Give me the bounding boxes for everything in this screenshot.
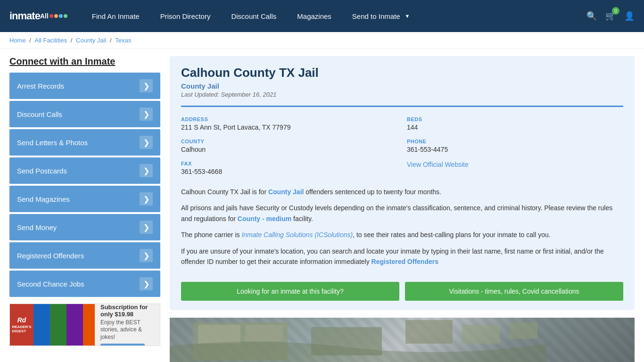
breadcrumb-sep-1: /: [29, 37, 33, 44]
sidebar-item-send-magazines[interactable]: Send Magazines ❯: [9, 186, 160, 212]
user-icon[interactable]: 👤: [624, 11, 635, 21]
nav-prison-directory[interactable]: Prison Directory: [150, 0, 221, 32]
breadcrumb-bar: Home / All Facilities / County Jail / Te…: [0, 32, 644, 49]
cart-icon[interactable]: 🛒 0: [605, 11, 616, 21]
arrow-icon: ❯: [140, 79, 153, 92]
description-4: If you are unsure of your inmate's locat…: [181, 246, 623, 267]
sidebar-item-label: Send Postcards: [17, 167, 67, 175]
breadcrumb-sep-3: /: [110, 37, 113, 44]
description-3: The phone carrier is Inmate Calling Solu…: [181, 230, 623, 240]
arrow-icon: ❯: [140, 277, 153, 290]
send-to-inmate-label: Send to Inmate: [352, 12, 400, 20]
sidebar-title: Connect with an Inmate: [9, 56, 160, 67]
aerial-svg: [170, 318, 635, 362]
county-label: COUNTY: [181, 139, 397, 144]
content-area: Calhoun County TX Jail County Jail Last …: [170, 56, 635, 362]
facility-updated: Last Updated: September 16, 2021: [181, 91, 623, 98]
navbar: inmate All Find An Inmate Prison Directo…: [0, 0, 644, 32]
detail-fax: FAX 361-553-4668: [181, 157, 397, 179]
nav-discount-calls[interactable]: Discount Calls: [221, 0, 287, 32]
county-value: Calhoun: [181, 146, 397, 153]
search-icon[interactable]: 🔍: [586, 11, 597, 21]
facility-name: Calhoun County TX Jail: [181, 66, 623, 80]
detail-phone: PHONE 361-553-4475: [407, 135, 623, 157]
site-logo[interactable]: inmate All: [9, 10, 67, 22]
breadcrumb-county-jail[interactable]: County Jail: [76, 37, 106, 44]
arrow-icon: ❯: [140, 136, 153, 149]
ad-subscribe-button[interactable]: Subscribe Now: [100, 344, 145, 346]
dropdown-arrow-icon: ▼: [405, 13, 410, 19]
detail-county: COUNTY Calhoun: [181, 135, 397, 157]
info-section: Calhoun County TX Jail is for County Jai…: [181, 182, 623, 277]
address-value: 211 S Ann St, Port Lavaca, TX 77979: [181, 123, 397, 131]
sidebar-item-send-money[interactable]: Send Money ❯: [9, 214, 160, 240]
sidebar: Connect with an Inmate Arrest Records ❯ …: [9, 56, 160, 362]
find-inmate-button[interactable]: Looking for an inmate at this facility?: [181, 282, 399, 301]
beds-label: BEDS: [407, 116, 623, 122]
logo-text: inmate: [9, 10, 40, 22]
sidebar-item-label: Arrest Records: [17, 82, 64, 90]
breadcrumb-sep-2: /: [71, 37, 74, 44]
county-jail-link[interactable]: County Jail: [268, 188, 304, 196]
icsolutions-link[interactable]: Inmate Calling Solutions (ICSolutions): [241, 231, 353, 239]
svg-rect-6: [509, 322, 537, 339]
breadcrumb-home[interactable]: Home: [9, 37, 26, 44]
dot-yellow: [54, 14, 58, 18]
dot-red: [50, 14, 53, 18]
arrow-icon: ❯: [140, 107, 153, 121]
sidebar-item-registered-offenders[interactable]: Registered Offenders ❯: [9, 242, 160, 269]
ad-text: 1 Year Subscription for only $19.98 Enjo…: [95, 304, 160, 346]
sidebar-item-discount-calls[interactable]: Discount Calls ❯: [9, 101, 160, 127]
sidebar-item-label: Discount Calls: [17, 110, 62, 118]
nav-links: Find An Inmate Prison Directory Discount…: [82, 0, 586, 32]
website-link[interactable]: View Official Website: [407, 161, 469, 168]
action-buttons: Looking for an inmate at this facility? …: [181, 282, 623, 301]
logo-all-text: All: [40, 12, 49, 20]
sidebar-item-arrest-records[interactable]: Arrest Records ❯: [9, 73, 160, 99]
sidebar-item-label: Second Chance Jobs: [17, 280, 84, 288]
address-label: ADDRESS: [181, 116, 397, 122]
ad-price: 1 Year Subscription for only $19.98: [100, 304, 154, 318]
nav-find-inmate[interactable]: Find An Inmate: [82, 0, 150, 32]
phone-value: 361-553-4475: [407, 146, 623, 153]
ad-cover-3: [66, 304, 83, 346]
dot-green: [64, 14, 67, 18]
visitation-button[interactable]: Visitations - times, rules, Covid cancel…: [405, 282, 623, 301]
sidebar-item-label: Registered Offenders: [17, 252, 84, 260]
main-content: Connect with an Inmate Arrest Records ❯ …: [0, 49, 644, 362]
fax-label: FAX: [181, 161, 397, 166]
arrow-icon: ❯: [140, 164, 153, 177]
sidebar-item-send-postcards[interactable]: Send Postcards ❯: [9, 157, 160, 184]
detail-beds: BEDS 144: [407, 113, 623, 135]
breadcrumb-texas[interactable]: Texas: [115, 37, 131, 44]
breadcrumb-all-facilities[interactable]: All Facilities: [35, 37, 67, 44]
nav-magazines[interactable]: Magazines: [287, 0, 342, 32]
ad-image-rd: Rd READER'SDIGEST: [10, 304, 33, 346]
arrow-icon: ❯: [140, 192, 153, 206]
description-2: All prisons and jails have Security or C…: [181, 203, 623, 224]
fax-value: 361-553-4668: [181, 168, 397, 175]
description-1: Calhoun County TX Jail is for County Jai…: [181, 187, 623, 197]
advertisement: Rd READER'SDIGEST 1 Year Subscription fo…: [9, 304, 160, 346]
arrow-icon: ❯: [140, 221, 153, 234]
logo-dots: [50, 14, 67, 18]
facility-card: Calhoun County TX Jail County Jail Last …: [170, 56, 635, 310]
ad-description: Enjoy the BEST stories, advice & jokes!: [100, 319, 154, 341]
phone-label: PHONE: [407, 139, 623, 144]
registered-offenders-link[interactable]: Registered Offenders: [372, 258, 438, 265]
sidebar-item-send-letters-photos[interactable]: Send Letters & Photos ❯: [9, 129, 160, 156]
svg-rect-5: [462, 325, 500, 344]
ad-cover-1: [33, 304, 50, 346]
county-medium-link[interactable]: County - medium: [238, 215, 291, 222]
facility-type: County Jail: [181, 82, 623, 90]
detail-address: ADDRESS 211 S Ann St, Port Lavaca, TX 77…: [181, 113, 397, 135]
ad-cover-4: [83, 304, 95, 346]
nav-send-to-inmate[interactable]: Send to Inmate ▼: [342, 0, 421, 32]
beds-value: 144: [407, 123, 623, 131]
svg-rect-1: [198, 325, 240, 344]
sidebar-item-second-chance-jobs[interactable]: Second Chance Jobs ❯: [9, 271, 160, 297]
sidebar-item-label: Send Money: [17, 223, 57, 231]
dot-blue: [59, 14, 63, 18]
svg-rect-4: [405, 320, 453, 344]
arrow-icon: ❯: [140, 249, 153, 262]
